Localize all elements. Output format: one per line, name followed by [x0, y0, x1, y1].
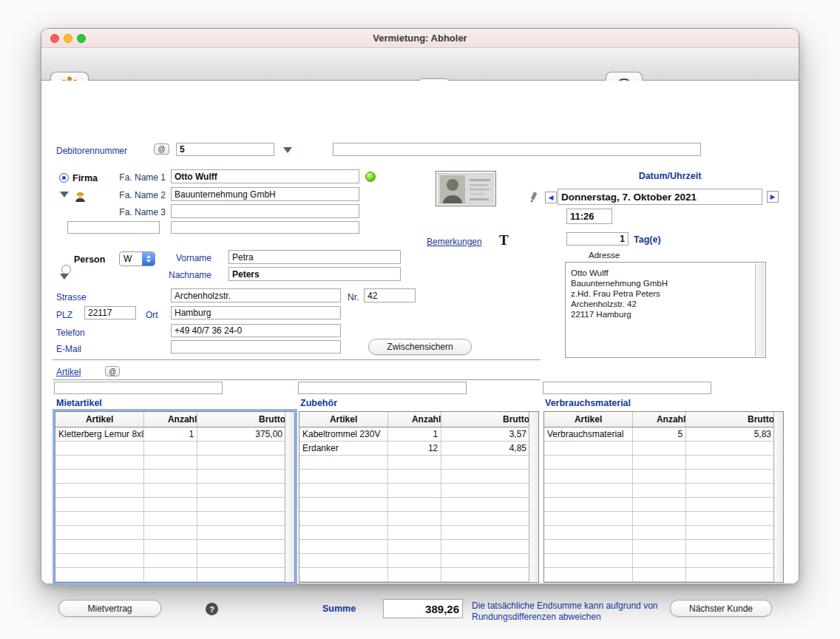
- table-cell[interactable]: [55, 511, 144, 525]
- table-row[interactable]: [544, 455, 775, 469]
- table-cell[interactable]: [299, 497, 388, 511]
- table-cell[interactable]: [544, 539, 633, 553]
- table-cell[interactable]: [686, 553, 775, 567]
- table-cell[interactable]: 3,57: [441, 427, 530, 441]
- vorname-input[interactable]: [228, 250, 401, 264]
- table-cell[interactable]: [686, 567, 775, 581]
- extra-field-right[interactable]: [171, 221, 359, 234]
- table-cell[interactable]: [633, 525, 686, 539]
- table-cell[interactable]: [633, 441, 686, 455]
- table-cell[interactable]: [388, 483, 441, 497]
- table-row[interactable]: [55, 539, 286, 553]
- ort-input[interactable]: [171, 306, 341, 320]
- table-row[interactable]: [299, 497, 530, 511]
- table-row[interactable]: [544, 469, 775, 483]
- table-row[interactable]: [55, 497, 286, 511]
- table-cell[interactable]: [544, 525, 633, 539]
- naechster-kunde-button[interactable]: Nächster Kunde: [670, 600, 772, 617]
- mietartikel-table[interactable]: ArtikelAnzahlBruttoKletterberg Lemur 8x8…: [55, 411, 295, 583]
- anrede-select[interactable]: W: [119, 251, 155, 266]
- table-row[interactable]: [544, 525, 775, 539]
- table-row[interactable]: [55, 525, 286, 539]
- table-cell[interactable]: 12: [388, 441, 441, 455]
- table-cell[interactable]: [441, 469, 530, 483]
- table-cell[interactable]: [633, 539, 686, 553]
- fa-name3-input[interactable]: [171, 204, 359, 218]
- table-cell[interactable]: [544, 567, 633, 581]
- table-cell[interactable]: Erdanker: [299, 441, 388, 455]
- table-cell[interactable]: [55, 497, 144, 511]
- table-cell[interactable]: 5: [633, 427, 686, 441]
- table-row[interactable]: [55, 469, 286, 483]
- table-cell[interactable]: [633, 567, 686, 581]
- summe-input[interactable]: [383, 599, 463, 618]
- table-scrollbar[interactable]: [529, 412, 538, 582]
- table-row[interactable]: [544, 567, 775, 581]
- table-cell[interactable]: [299, 483, 388, 497]
- table-cell[interactable]: [144, 469, 197, 483]
- table-cell[interactable]: [633, 497, 686, 511]
- table-cell[interactable]: [299, 511, 388, 525]
- table-cell[interactable]: [441, 455, 530, 469]
- table-cell[interactable]: [633, 483, 686, 497]
- table-cell[interactable]: [441, 567, 530, 581]
- table-cell[interactable]: [633, 511, 686, 525]
- table-cell[interactable]: [544, 483, 633, 497]
- table-cell[interactable]: [197, 553, 286, 567]
- debitor-at-button[interactable]: @: [154, 143, 169, 155]
- table-row[interactable]: [299, 469, 530, 483]
- table-cell[interactable]: [197, 483, 286, 497]
- table-cell[interactable]: [197, 441, 286, 455]
- table-cell[interactable]: [299, 525, 388, 539]
- table-cell[interactable]: [197, 539, 286, 553]
- table-cell[interactable]: [55, 483, 144, 497]
- table-cell[interactable]: 1: [144, 427, 197, 441]
- table-cell[interactable]: [197, 567, 286, 581]
- table-cell[interactable]: 5,83: [686, 427, 775, 441]
- table-cell[interactable]: 375,00: [197, 427, 286, 441]
- table-cell[interactable]: [388, 539, 441, 553]
- table-cell[interactable]: [686, 497, 775, 511]
- table-cell[interactable]: [686, 469, 775, 483]
- table-row[interactable]: [544, 497, 775, 511]
- table-row[interactable]: [55, 455, 286, 469]
- nachname-input[interactable]: [228, 267, 401, 281]
- table-cell[interactable]: [633, 469, 686, 483]
- person-disclosure-triangle[interactable]: [60, 274, 69, 280]
- verbrauchsmaterial-table[interactable]: ArtikelAnzahlBruttoVerbrauchsmaterial55,…: [543, 411, 784, 583]
- artikel-at-button[interactable]: @: [105, 366, 120, 376]
- table-row[interactable]: [299, 525, 530, 539]
- debitorennummer-input[interactable]: [176, 143, 274, 156]
- firma-disclosure-triangle[interactable]: [60, 192, 69, 197]
- table-cell[interactable]: [299, 469, 388, 483]
- table-cell[interactable]: [686, 455, 775, 469]
- table-row[interactable]: [544, 441, 775, 455]
- table-cell[interactable]: [55, 567, 144, 581]
- date-input[interactable]: [558, 189, 762, 205]
- table-row[interactable]: [299, 567, 530, 581]
- table-cell[interactable]: [544, 469, 633, 483]
- table-row[interactable]: [544, 483, 775, 497]
- fa-name2-input[interactable]: [171, 187, 359, 201]
- table-cell[interactable]: [633, 553, 686, 567]
- table-cell[interactable]: [144, 525, 197, 539]
- table-row[interactable]: [55, 441, 286, 455]
- date-prev-button[interactable]: ◀: [545, 192, 557, 203]
- table-cell[interactable]: [197, 511, 286, 525]
- table-cell[interactable]: [441, 483, 530, 497]
- bemerkungen-link[interactable]: Bemerkungen: [427, 237, 482, 247]
- table-cell[interactable]: [388, 553, 441, 567]
- firma-radio[interactable]: [59, 173, 69, 183]
- table-cell[interactable]: [144, 553, 197, 567]
- address-textarea[interactable]: Otto Wulff Bauunternehmung GmbH z.Hd. Fr…: [565, 262, 766, 358]
- date-next-button[interactable]: ▶: [767, 191, 779, 203]
- customer-photo[interactable]: [436, 171, 496, 206]
- table-cell[interactable]: [544, 497, 633, 511]
- edit-date-icon[interactable]: [529, 192, 539, 206]
- table-cell[interactable]: [441, 497, 530, 511]
- table-row[interactable]: Verbrauchsmaterial55,83: [544, 427, 775, 441]
- mietartikel-search-input[interactable]: [54, 382, 223, 394]
- table-cell[interactable]: [197, 455, 286, 469]
- debitor-dropdown-arrow[interactable]: [283, 147, 292, 153]
- verbrauchsmaterial-search-input[interactable]: [543, 382, 711, 394]
